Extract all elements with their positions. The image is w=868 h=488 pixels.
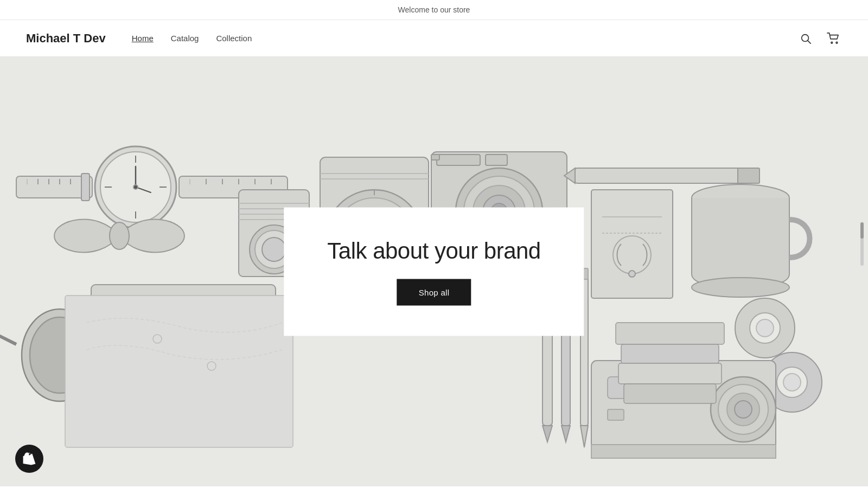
hero-card: Talk about your brand Shop all [284, 208, 584, 336]
nav-item-catalog[interactable]: Catalog [171, 34, 199, 43]
announcement-text: Welcome to our store [398, 5, 470, 14]
svg-point-37 [262, 237, 286, 261]
svg-rect-51 [486, 155, 507, 165]
shopify-icon: S [21, 451, 37, 467]
header-icons [797, 30, 842, 47]
scrollbar[interactable] [860, 222, 864, 266]
header: Michael T Dev Home Catalog Collection [0, 20, 868, 57]
svg-text:S: S [28, 457, 31, 462]
svg-rect-61 [591, 190, 673, 298]
svg-line-1 [808, 41, 810, 43]
svg-rect-60 [738, 168, 760, 183]
svg-point-29 [110, 222, 129, 249]
main-nav: Home Catalog Collection [132, 34, 797, 43]
svg-rect-107 [621, 344, 719, 363]
nav-item-home[interactable]: Home [132, 34, 154, 43]
nav-item-collection[interactable]: Collection [216, 34, 252, 43]
search-icon [800, 33, 812, 44]
scroll-thumb [860, 222, 864, 239]
announcement-bar: Welcome to our store [0, 0, 868, 20]
svg-rect-109 [624, 384, 716, 403]
svg-point-97 [783, 374, 801, 391]
svg-point-67 [692, 278, 789, 297]
cart-button[interactable] [825, 30, 842, 47]
svg-rect-52 [431, 155, 439, 160]
shopify-badge[interactable]: S [15, 445, 43, 473]
svg-rect-58 [575, 168, 760, 183]
svg-rect-28 [81, 174, 90, 201]
brand-name: Michael T Dev [26, 31, 106, 46]
hero-section: Talk about your brand Shop all [0, 57, 868, 486]
svg-rect-82 [65, 296, 293, 447]
shop-all-button[interactable]: Shop all [397, 279, 471, 306]
svg-point-94 [756, 319, 774, 337]
svg-rect-108 [618, 363, 722, 384]
svg-point-20 [133, 185, 138, 189]
cart-icon [827, 33, 840, 44]
svg-rect-104 [608, 409, 624, 420]
svg-rect-50 [437, 155, 480, 165]
svg-point-2 [831, 42, 833, 43]
search-button[interactable] [797, 30, 814, 47]
svg-rect-106 [616, 323, 724, 344]
svg-point-65 [629, 271, 635, 277]
svg-rect-105 [591, 445, 776, 458]
hero-title: Talk about your brand [327, 238, 540, 264]
svg-point-102 [735, 401, 752, 418]
svg-point-3 [836, 42, 838, 43]
